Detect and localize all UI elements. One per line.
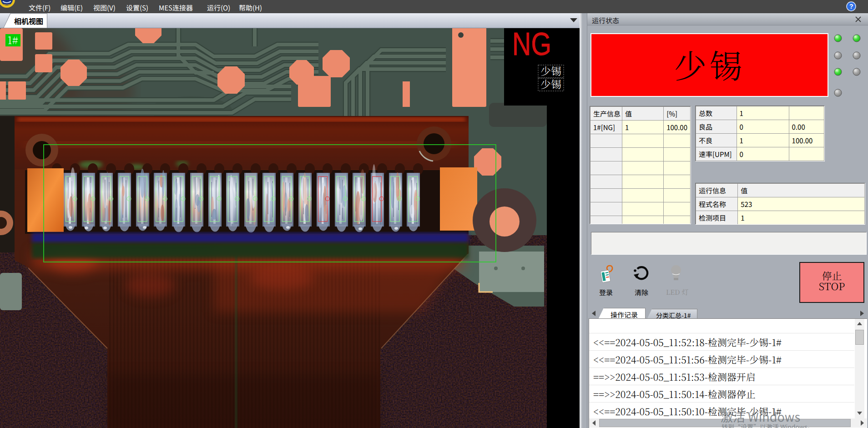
svg-text:少锡: 少锡 xyxy=(540,76,561,91)
svg-text:NG: NG xyxy=(512,28,551,62)
svg-text:1#: 1# xyxy=(7,32,18,47)
svg-text:?: ? xyxy=(849,3,853,10)
